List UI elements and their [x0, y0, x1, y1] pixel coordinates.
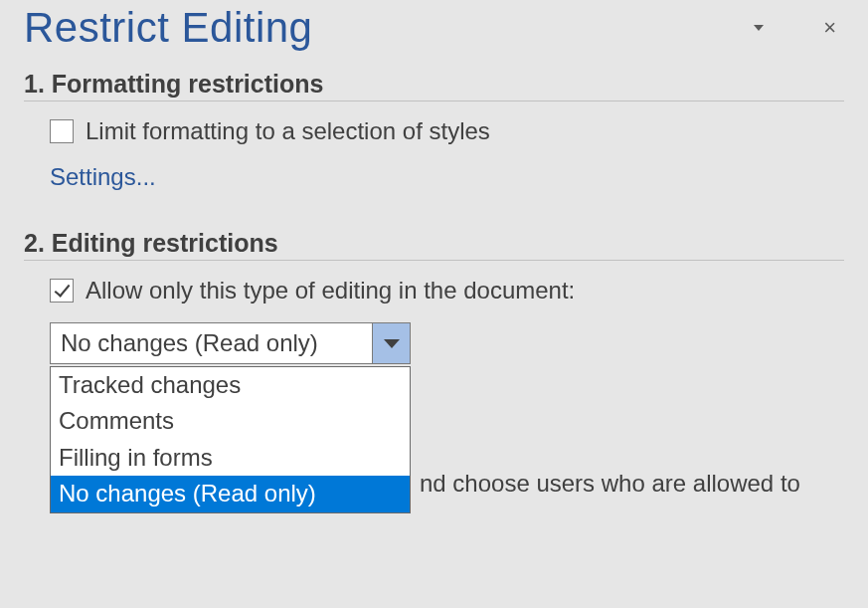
- editing-type-dropdown-button[interactable]: [372, 323, 410, 363]
- dropdown-option-filling-in-forms[interactable]: Filling in forms: [51, 440, 410, 476]
- limit-formatting-label: Limit formatting to a selection of style…: [86, 117, 490, 145]
- pane-header: Restrict Editing ×: [24, 0, 844, 70]
- pane-header-controls: ×: [754, 17, 844, 39]
- editing-type-combo-wrap: No changes (Read only) Tracked changes C…: [24, 322, 844, 364]
- allow-only-editing-checkbox[interactable]: [50, 279, 74, 303]
- editing-type-combobox[interactable]: No changes (Read only): [50, 322, 411, 364]
- editing-type-dropdown-list: Tracked changes Comments Filling in form…: [50, 366, 411, 513]
- settings-link[interactable]: Settings...: [24, 163, 156, 191]
- limit-formatting-checkbox[interactable]: [50, 119, 74, 143]
- allow-only-editing-row: Allow only this type of editing in the d…: [24, 277, 844, 304]
- restrict-editing-pane: Restrict Editing × 1. Formatting restric…: [0, 0, 868, 364]
- allow-only-editing-label: Allow only this type of editing in the d…: [86, 277, 575, 304]
- dropdown-option-no-changes[interactable]: No changes (Read only): [51, 476, 410, 511]
- formatting-restrictions-heading: 1. Formatting restrictions: [24, 70, 844, 101]
- pane-options-dropdown-icon[interactable]: [754, 25, 764, 31]
- limit-formatting-row: Limit formatting to a selection of style…: [24, 117, 844, 145]
- pane-title: Restrict Editing: [24, 4, 312, 52]
- dropdown-option-tracked-changes[interactable]: Tracked changes: [51, 367, 410, 403]
- dropdown-option-comments[interactable]: Comments: [51, 403, 410, 439]
- editing-restrictions-heading: 2. Editing restrictions: [24, 229, 844, 261]
- close-icon[interactable]: ×: [823, 17, 836, 39]
- chevron-down-icon: [384, 339, 400, 348]
- editing-type-selected: No changes (Read only): [51, 323, 372, 363]
